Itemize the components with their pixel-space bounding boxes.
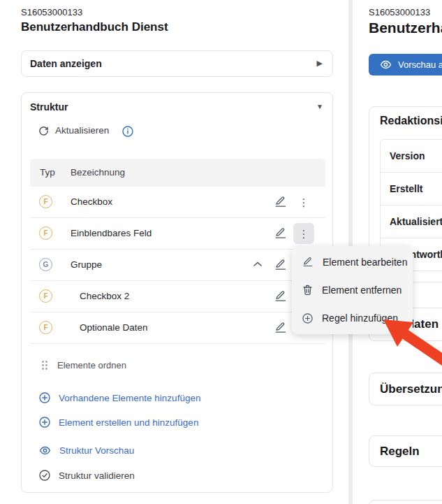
link-label: Struktur validieren <box>59 470 135 481</box>
preview-button-label: Vorschau anzeigen <box>398 59 442 70</box>
info-row-aktualisiert: Aktualisiert <box>381 206 442 238</box>
order-elements-handle[interactable]: Elemente ordnen <box>40 360 126 370</box>
refresh-icon <box>38 125 49 136</box>
editorial-info-title: Redaktionsinformationen <box>380 115 442 127</box>
trash-icon <box>302 285 313 296</box>
translations-title: Übersetzungen <box>380 382 442 396</box>
column-header-typ: Typ <box>40 167 55 178</box>
column-header-bezeichnung: Bezeichnung <box>71 167 125 178</box>
rules-title: Regeln <box>380 445 420 459</box>
struktur-toolbar: Aktualisieren <box>22 125 332 139</box>
translations-card[interactable]: Übersetzungen <box>369 373 442 405</box>
menu-item-edit-element[interactable]: Element bearbeiten <box>292 248 413 276</box>
edit-icon[interactable] <box>274 227 288 241</box>
field-type-badge: F <box>39 321 52 334</box>
eye-icon <box>39 445 51 456</box>
refresh-button[interactable]: Aktualisieren <box>38 125 109 136</box>
link-label: Vorhandene Elemente hinzufügen <box>59 393 200 403</box>
table-row: F Checkbox ⋮ <box>30 187 325 218</box>
struktur-validate-link[interactable]: Struktur validieren <box>39 470 135 481</box>
edit-icon[interactable] <box>274 196 288 210</box>
table-header: Typ Bezeichnung <box>30 159 325 187</box>
order-elements-label: Elemente ordnen <box>57 360 126 370</box>
field-type-badge: F <box>39 289 52 303</box>
service-id: S16053000133 <box>369 7 430 17</box>
row-context-menu: Element bearbeiten Element entfernen Reg… <box>292 246 413 334</box>
edit-icon[interactable] <box>274 322 288 336</box>
edit-icon <box>302 257 314 268</box>
preview-button[interactable]: Vorschau anzeigen <box>369 54 442 75</box>
daten-anzeigen-label: Daten anzeigen <box>30 58 102 69</box>
info-row-version: Version <box>381 140 442 173</box>
row-label: Checkbox 2 <box>80 291 129 301</box>
eye-icon <box>380 59 392 70</box>
struktur-title: Struktur <box>30 101 68 113</box>
struktur-table: Typ Bezeichnung F Checkbox ⋮ <box>30 159 325 344</box>
page-title: Benutzerhandbuch Dienst <box>369 20 442 36</box>
row-label: Gruppe <box>71 259 102 270</box>
field-type-badge: F <box>39 226 52 240</box>
row-label: Optionale Daten <box>80 322 148 333</box>
row-label: Einblendbares Feld <box>71 228 152 238</box>
plus-circle-icon <box>302 313 313 324</box>
info-icon[interactable] <box>122 126 133 137</box>
kebab-menu-icon-active[interactable]: ⋮ <box>293 223 314 244</box>
edit-icon[interactable] <box>274 259 288 273</box>
add-existing-elements-link[interactable]: Vorhandene Elemente hinzufügen <box>39 392 200 403</box>
link-label: Struktur Vorschau <box>59 445 134 456</box>
page: S16053000133 Benutzerhandbuch Dienst Dat… <box>0 0 442 504</box>
menu-item-label: Regel hinzufügen <box>322 312 398 324</box>
table-row-child: F Optionale Daten ⋮ <box>30 312 325 344</box>
chevron-down-icon[interactable]: ▼ <box>316 103 323 110</box>
row-label: Checkbox <box>71 196 112 207</box>
struktur-preview-link[interactable]: Struktur Vorschau <box>39 445 134 456</box>
plus-circle-icon <box>39 392 50 403</box>
table-row: G Gruppe ⋮ <box>30 250 325 281</box>
field-type-badge: F <box>39 195 52 208</box>
refresh-label: Aktualisieren <box>55 125 109 136</box>
link-label: Element erstellen und hinzufügen <box>59 417 198 428</box>
service-id: S16053000133 <box>21 7 82 17</box>
create-element-link[interactable]: Element erstellen und hinzufügen <box>39 417 198 428</box>
menu-item-remove-element[interactable]: Element entfernen <box>292 276 413 304</box>
table-row-child: F Checkbox 2 ⋮ <box>30 281 325 312</box>
collapse-chevron-up-icon[interactable] <box>252 259 265 271</box>
rules-card[interactable]: Regeln <box>369 435 442 467</box>
plus-circle-icon <box>39 417 50 428</box>
menu-item-add-rule[interactable]: Regel hinzufügen <box>292 304 413 332</box>
check-circle-icon <box>39 470 50 481</box>
edit-icon[interactable] <box>274 290 288 304</box>
chevron-right-icon: ▶ <box>317 59 323 67</box>
drag-handle-icon <box>40 360 49 370</box>
clipped-card <box>369 500 442 504</box>
daten-anzeigen-card[interactable]: Daten anzeigen ▶ <box>21 50 333 77</box>
info-row-erstellt: Erstellt <box>381 173 442 206</box>
menu-item-label: Element bearbeiten <box>323 257 407 268</box>
struktur-card: Struktur ▼ Aktualisieren <box>21 92 333 493</box>
page-title: Benutzerhandbuch Dienst <box>21 20 168 34</box>
kebab-menu-icon[interactable]: ⋮ <box>293 192 314 213</box>
group-type-badge: G <box>39 258 52 271</box>
table-row: F Einblendbares Feld ⋮ <box>30 218 325 250</box>
menu-item-label: Element entfernen <box>322 285 402 296</box>
